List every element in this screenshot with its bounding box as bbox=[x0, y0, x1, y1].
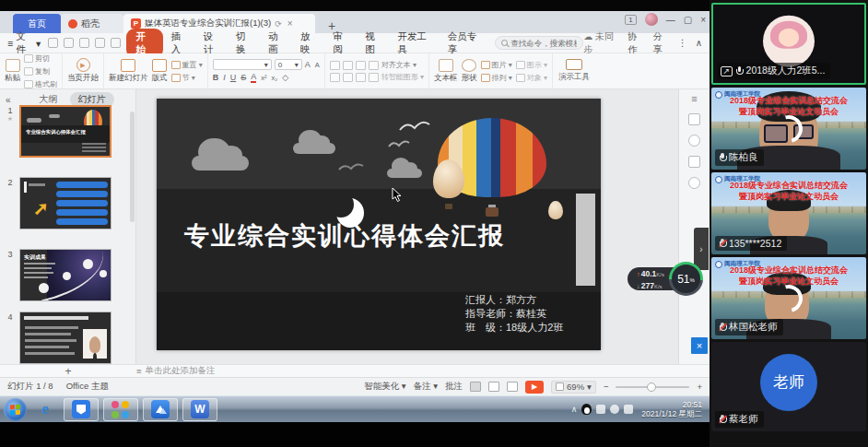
bullets-button[interactable] bbox=[330, 61, 340, 70]
close-button[interactable]: × bbox=[700, 15, 706, 25]
superscript-button[interactable]: x² bbox=[261, 74, 266, 82]
zoom-in-button[interactable]: + bbox=[697, 382, 702, 392]
effects-icon[interactable] bbox=[688, 135, 700, 147]
comments-button[interactable]: 批注 bbox=[445, 381, 463, 393]
message-badge[interactable]: 1 bbox=[625, 15, 636, 25]
notes-button[interactable]: 备注 ▾ bbox=[414, 381, 438, 393]
line-spacing-button[interactable] bbox=[369, 73, 379, 82]
picture-button[interactable]: 图片 ▾ bbox=[481, 60, 512, 70]
font-size-select[interactable]: 0▾ bbox=[275, 59, 302, 70]
zoom-out-button[interactable]: − bbox=[604, 382, 609, 392]
share-button[interactable]: 分享 bbox=[652, 30, 669, 56]
shape-button[interactable]: 形状 bbox=[462, 59, 477, 84]
smart-graphic-button[interactable]: 转智能图形 ▾ bbox=[381, 72, 424, 82]
section-button[interactable]: 节 ▾ bbox=[171, 73, 203, 83]
font-color-button[interactable]: A bbox=[251, 72, 256, 83]
play-from-current-button[interactable]: ▶当页开始 bbox=[67, 58, 99, 84]
network-icon[interactable] bbox=[624, 405, 633, 414]
maximize-button[interactable]: ▢ bbox=[684, 15, 692, 25]
zoom-level[interactable]: 69% ▾ bbox=[551, 381, 596, 394]
zoom-slider[interactable] bbox=[616, 386, 689, 388]
video-tile-3[interactable]: 闽南理工学院 2018级专业综合实训总结交流会暨顶岗实习毕业论文动员会 135*… bbox=[711, 172, 866, 254]
quick-access-icons[interactable] bbox=[48, 38, 121, 48]
subscript-button[interactable]: x₂ bbox=[272, 74, 278, 82]
add-slide-button[interactable]: + bbox=[0, 365, 136, 378]
search-input[interactable] bbox=[510, 39, 577, 48]
taskbar-clock[interactable]: 20:51 2021/1/12 星期二 bbox=[641, 400, 706, 418]
layout-pane-icon[interactable] bbox=[688, 156, 700, 168]
font-name-select[interactable]: ▾ bbox=[213, 59, 272, 70]
slide-thumbnail-2[interactable]: ➚ bbox=[19, 177, 111, 229]
slide-canvas-area[interactable]: 专业综合实训心得体会汇报 汇报人：郑方方 指导老师：蔡桂英 班 级：18级人力2… bbox=[136, 89, 678, 364]
tab-close-button[interactable]: × bbox=[287, 18, 293, 29]
strikethrough-button[interactable]: S bbox=[240, 73, 246, 82]
zoom-slider-knob[interactable] bbox=[647, 382, 656, 392]
slide-thumbnail-1[interactable]: 专业综合实训心得体会汇报 bbox=[19, 105, 111, 158]
sorter-view-button[interactable] bbox=[488, 382, 499, 392]
indent-decrease-button[interactable] bbox=[356, 61, 366, 70]
object-button[interactable]: 对象 ▾ bbox=[516, 73, 547, 83]
bold-button[interactable]: B bbox=[213, 73, 219, 82]
slide-info-block[interactable]: 汇报人：郑方方 指导老师：蔡桂英 班 级：18级人力2班 bbox=[465, 293, 563, 335]
qq-icon[interactable] bbox=[581, 404, 592, 415]
textbox-button[interactable]: 文本框 bbox=[434, 59, 458, 84]
sync-status[interactable]: ☁ 未同步 bbox=[583, 30, 619, 56]
tray-app-icon[interactable] bbox=[596, 405, 605, 414]
align-center-button[interactable] bbox=[343, 73, 353, 82]
minimize-button[interactable]: — bbox=[666, 15, 675, 25]
align-right-button[interactable] bbox=[356, 73, 366, 82]
theme-name[interactable]: Office 主题 bbox=[66, 381, 109, 393]
highlight-button[interactable]: ◇ bbox=[282, 73, 288, 82]
collapse-ribbon-icon[interactable]: ∧ bbox=[696, 38, 702, 48]
copy-button[interactable]: 复制 bbox=[24, 66, 57, 76]
diagram-button[interactable]: 图示 ▾ bbox=[516, 60, 547, 70]
underline-button[interactable]: U bbox=[230, 73, 237, 82]
taskbar-photos-app[interactable] bbox=[103, 398, 138, 421]
tab-docer[interactable]: 稻壳 bbox=[61, 14, 123, 33]
font-shrink-button[interactable]: A bbox=[315, 61, 320, 69]
video-tile-2[interactable]: 闽南理工学院 2018级专业综合实训总结交流会暨顶岗实习毕业论文动员会 陈柏良 bbox=[711, 88, 866, 170]
format-painter-button[interactable]: 格式刷 bbox=[24, 79, 57, 89]
tray-expand-button[interactable]: ∧ bbox=[571, 405, 578, 414]
video-tile-5[interactable]: 老师 蔡老师 bbox=[711, 342, 866, 431]
new-slide-button[interactable]: 新建幻灯片 bbox=[109, 59, 148, 84]
reset-button[interactable]: 重置 ▾ bbox=[171, 60, 203, 70]
paste-button[interactable]: 粘贴 bbox=[5, 59, 20, 84]
panel-menu-icon[interactable]: ≡ bbox=[691, 93, 697, 104]
normal-view-button[interactable] bbox=[470, 382, 481, 392]
account-avatar[interactable] bbox=[645, 13, 658, 26]
beautify-button[interactable]: 智能美化 ▾ bbox=[364, 381, 405, 393]
slide-thumbnail-4[interactable] bbox=[19, 312, 111, 364]
layout-button[interactable]: 版式 bbox=[152, 59, 168, 84]
volume-icon[interactable] bbox=[610, 405, 619, 414]
slide-title-text[interactable]: 专业综合实训心得体会汇报 bbox=[184, 219, 505, 253]
slide-1[interactable]: 专业综合实训心得体会汇报 汇报人：郑方方 指导老师：蔡桂英 班 级：18级人力2… bbox=[157, 99, 601, 350]
align-left-button[interactable] bbox=[330, 73, 340, 82]
more-menu-icon[interactable]: ⋮ bbox=[678, 38, 687, 48]
indent-increase-button[interactable] bbox=[369, 61, 379, 70]
floating-close-button[interactable]: × bbox=[691, 337, 708, 354]
cut-button[interactable]: 剪切 bbox=[24, 53, 57, 64]
arrange-button[interactable]: 排列 ▾ bbox=[481, 73, 512, 83]
taskbar-meeting-app[interactable] bbox=[143, 398, 178, 421]
start-button[interactable] bbox=[4, 398, 27, 421]
collab-button[interactable]: 协作 bbox=[628, 30, 644, 56]
video-tile-4[interactable]: 闽南理工学院 2018级专业综合实训总结交流会暨顶岗实习毕业论文动员会 林国松老… bbox=[711, 257, 866, 339]
panel-collapse-button[interactable]: « bbox=[6, 95, 11, 105]
expand-pane-flap[interactable]: › bbox=[694, 228, 709, 270]
font-grow-button[interactable]: A bbox=[305, 60, 311, 69]
slideshow-play-button[interactable]: ▶ bbox=[525, 381, 544, 394]
taskbar-wps[interactable]: W bbox=[182, 398, 217, 421]
present-tools-button[interactable]: 演示工具 bbox=[553, 53, 595, 88]
numbering-button[interactable] bbox=[343, 61, 353, 70]
timer-icon[interactable] bbox=[688, 177, 700, 189]
video-tile-1[interactable]: ↗ 2018级人力2班5... bbox=[711, 3, 866, 85]
taskbar-ie[interactable]: e bbox=[31, 398, 59, 421]
taskbar-pc-manager[interactable] bbox=[64, 398, 99, 421]
acceleration-ball[interactable]: 51% bbox=[669, 262, 703, 296]
italic-button[interactable]: I bbox=[223, 73, 226, 82]
reading-view-button[interactable] bbox=[507, 382, 518, 392]
thumbnail-scrollbar[interactable] bbox=[130, 112, 135, 222]
file-menu[interactable]: ≡文件▾ bbox=[0, 30, 48, 56]
notes-placeholder[interactable]: ≡单击此处添加备注 bbox=[136, 365, 216, 377]
